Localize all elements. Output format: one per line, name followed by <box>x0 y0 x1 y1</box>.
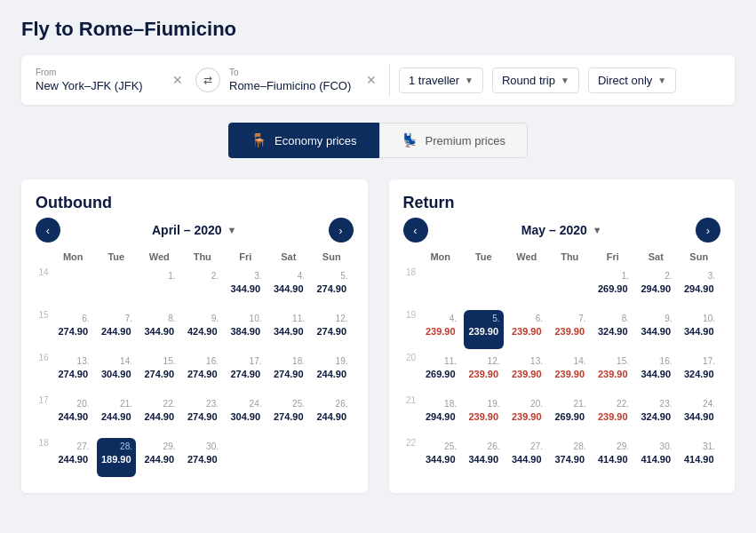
table-row[interactable]: 8.324.90 <box>592 308 635 351</box>
table-row[interactable] <box>95 266 139 308</box>
table-row[interactable]: 5.274.90 <box>310 266 354 308</box>
day-number: 24. <box>703 399 715 410</box>
table-row[interactable]: 8.344.90 <box>138 308 181 351</box>
table-row[interactable] <box>548 266 592 308</box>
day-number: 25. <box>292 399 305 410</box>
table-row[interactable]: 3.344.90 <box>224 266 267 308</box>
table-row[interactable]: 23.324.90 <box>634 394 678 436</box>
table-row[interactable] <box>310 436 354 479</box>
table-row[interactable]: 15.239.90 <box>592 351 635 394</box>
table-row[interactable]: 19.244.90 <box>310 351 354 394</box>
table-row[interactable]: 18.274.90 <box>267 351 311 394</box>
table-row[interactable]: 30.414.90 <box>634 436 678 479</box>
day-number: 30. <box>206 442 219 452</box>
table-row[interactable]: 30.274.90 <box>181 436 225 479</box>
table-row[interactable]: 28.374.90 <box>548 436 592 479</box>
outbound-prev-button[interactable]: ‹ <box>36 218 60 243</box>
table-row[interactable]: 25.274.90 <box>267 394 311 436</box>
table-row[interactable]: 21.269.90 <box>548 394 592 436</box>
table-row[interactable] <box>419 266 463 308</box>
table-row[interactable]: 26.344.90 <box>462 436 505 479</box>
return-month[interactable]: May – 2020 ▼ <box>521 223 602 237</box>
table-row[interactable] <box>224 436 267 479</box>
price-value: 274.90 <box>316 326 346 337</box>
price-value: 344.90 <box>230 283 260 294</box>
table-row[interactable]: 10.344.90 <box>678 308 721 351</box>
table-row[interactable] <box>462 266 505 308</box>
table-row[interactable]: 27.244.90 <box>52 436 95 479</box>
return-prev-button[interactable]: ‹ <box>403 218 428 243</box>
table-row[interactable]: 13.239.90 <box>505 351 549 394</box>
table-row[interactable]: 15.274.90 <box>138 351 181 394</box>
table-row[interactable]: 6.274.90 <box>52 308 95 351</box>
table-row[interactable]: 11.269.90 <box>419 351 463 394</box>
table-row[interactable]: 7.239.90 <box>548 308 592 351</box>
table-row[interactable]: 1.269.90 <box>592 266 635 308</box>
table-row[interactable]: 24.304.90 <box>224 394 267 436</box>
table-row[interactable]: 1. <box>138 266 181 308</box>
price-value: 269.90 <box>598 283 628 294</box>
table-row[interactable]: 12.274.90 <box>310 308 354 351</box>
outbound-week-col-header <box>36 248 52 266</box>
table-row[interactable]: 23.274.90 <box>181 394 225 436</box>
table-row[interactable]: 17.274.90 <box>224 351 267 394</box>
table-row[interactable]: 22.244.90 <box>138 394 181 436</box>
table-row[interactable]: 10.384.90 <box>224 308 267 351</box>
return-next-button[interactable]: › <box>696 218 720 243</box>
table-row[interactable]: 22.239.90 <box>592 394 635 436</box>
week-number: 14 <box>36 266 52 308</box>
travellers-dropdown[interactable]: 1 traveller ▼ <box>399 68 483 93</box>
day-number: 15. <box>617 356 629 367</box>
table-row[interactable] <box>505 266 549 308</box>
table-row[interactable]: 24.344.90 <box>678 394 721 436</box>
table-row[interactable]: 16.344.90 <box>634 351 678 394</box>
table-row[interactable]: 3.294.90 <box>678 266 721 308</box>
table-row[interactable]: 31.414.90 <box>678 436 721 479</box>
table-row[interactable]: 5.239.90 <box>462 308 505 351</box>
table-row[interactable]: 20.244.90 <box>52 394 95 436</box>
premium-tab-label: Premium prices <box>426 134 505 147</box>
table-row[interactable]: 9.344.90 <box>634 308 678 351</box>
table-row[interactable]: 7.244.90 <box>95 308 139 351</box>
table-row[interactable]: 25.344.90 <box>419 436 463 479</box>
table-row[interactable]: 19.239.90 <box>462 394 505 436</box>
table-row[interactable] <box>267 436 311 479</box>
outbound-tue-header: Tue <box>95 248 139 266</box>
table-row[interactable]: 12.239.90 <box>462 351 505 394</box>
table-row[interactable]: 6.239.90 <box>505 308 549 351</box>
premium-tab[interactable]: 💺 Premium prices <box>379 123 528 158</box>
day-number: 8. <box>622 314 629 324</box>
trip-type-dropdown[interactable]: Round trip ▼ <box>492 68 579 93</box>
table-row[interactable]: 9.424.90 <box>181 308 225 351</box>
table-row[interactable] <box>52 266 95 308</box>
table-row[interactable]: 29.244.90 <box>138 436 181 479</box>
table-row[interactable]: 2.294.90 <box>634 266 678 308</box>
outbound-month[interactable]: April – 2020 ▼ <box>152 223 237 237</box>
table-row[interactable]: 27.344.90 <box>505 436 549 479</box>
table-row[interactable]: 26.244.90 <box>310 394 354 436</box>
table-row[interactable]: 29.414.90 <box>592 436 635 479</box>
table-row[interactable]: 20.239.90 <box>505 394 549 436</box>
table-row[interactable]: 16.274.90 <box>181 351 225 394</box>
table-row[interactable]: 18.294.90 <box>419 394 463 436</box>
day-number: 18. <box>292 356 305 367</box>
table-row[interactable]: 4.239.90 <box>419 308 463 351</box>
day-number: 11. <box>292 314 305 324</box>
economy-tab[interactable]: 🪑 Economy prices <box>228 123 378 158</box>
table-row[interactable]: 2. <box>181 266 225 308</box>
price-value: 344.90 <box>641 369 671 379</box>
swap-button[interactable]: ⇄ <box>195 68 220 92</box>
table-row[interactable]: 17.324.90 <box>678 351 721 394</box>
table-row[interactable]: 28.189.90 <box>95 436 139 479</box>
table-row[interactable]: 21.244.90 <box>95 394 139 436</box>
day-number: 19. <box>336 356 348 367</box>
to-clear-button[interactable]: ✕ <box>362 73 380 87</box>
direct-dropdown[interactable]: Direct only ▼ <box>588 68 676 93</box>
table-row[interactable]: 11.344.90 <box>267 308 311 351</box>
table-row[interactable]: 14.239.90 <box>548 351 592 394</box>
table-row[interactable]: 4.344.90 <box>267 266 311 308</box>
table-row[interactable]: 13.274.90 <box>52 351 95 394</box>
from-clear-button[interactable]: ✕ <box>169 73 187 87</box>
outbound-next-button[interactable]: › <box>329 218 354 243</box>
table-row[interactable]: 14.304.90 <box>95 351 139 394</box>
